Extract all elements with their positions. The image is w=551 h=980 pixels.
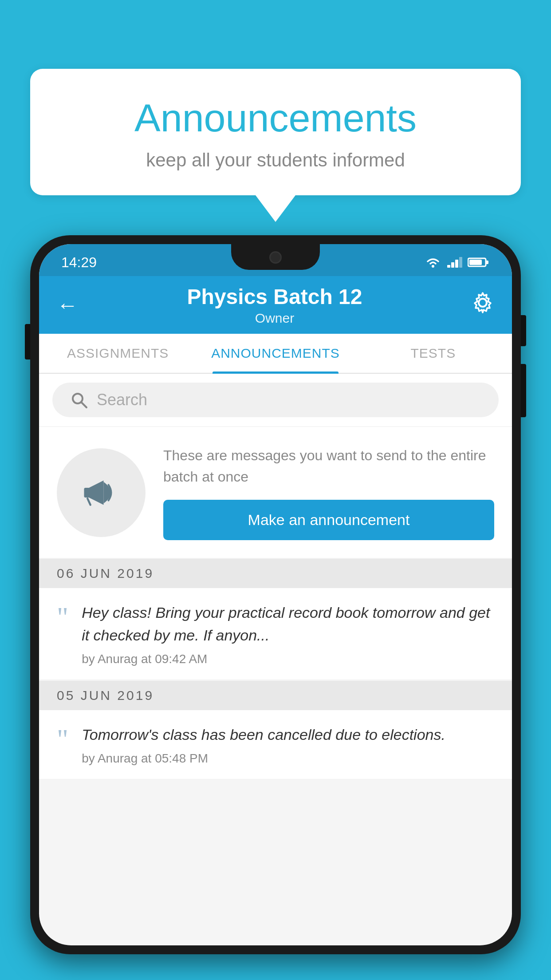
quote-icon-1: " (57, 606, 68, 628)
svg-rect-12 (84, 488, 90, 498)
speech-bubble-tail (256, 195, 295, 222)
speech-bubble: Announcements keep all your students inf… (30, 69, 521, 195)
announcement-item-2[interactable]: " Tomorrow's class has been cancelled du… (39, 710, 512, 779)
tab-bar: ASSIGNMENTS ANNOUNCEMENTS TESTS (39, 334, 512, 374)
search-icon (70, 391, 88, 409)
battery-icon (468, 256, 490, 269)
phone-side-button-right-top (521, 315, 526, 346)
back-button[interactable]: ← (57, 293, 78, 317)
content-area: Search (39, 374, 512, 914)
svg-rect-3 (455, 260, 458, 268)
phone-camera (269, 251, 282, 264)
prompt-text: These are messages you want to send to t… (163, 445, 494, 487)
header-title-section: Physics Batch 12 Owner (187, 285, 362, 326)
svg-marker-11 (89, 480, 104, 505)
quote-icon-2: " (57, 728, 68, 751)
batch-title: Physics Batch 12 (187, 285, 362, 309)
app-header: ← Physics Batch 12 Owner (39, 276, 512, 334)
svg-line-13 (87, 498, 91, 505)
announcement-meta-1: by Anurag at 09:42 AM (82, 652, 494, 666)
speech-bubble-title: Announcements (61, 95, 490, 141)
announcement-prompt: These are messages you want to send to t… (39, 427, 512, 558)
phone-side-button-left (25, 324, 30, 360)
date-separator-2: 05 JUN 2019 (39, 681, 512, 710)
prompt-right: These are messages you want to send to t… (163, 445, 494, 540)
status-icons (425, 256, 490, 269)
svg-rect-7 (469, 260, 482, 265)
svg-point-8 (479, 299, 487, 307)
search-bar[interactable]: Search (52, 383, 499, 417)
announcement-text-2: Tomorrow's class has been cancelled due … (82, 723, 494, 746)
date-separator-1: 06 JUN 2019 (39, 559, 512, 588)
announcement-text-1: Hey class! Bring your practical record b… (82, 601, 494, 647)
announcement-content-2: Tomorrow's class has been cancelled due … (82, 723, 494, 766)
settings-icon[interactable] (471, 291, 494, 319)
phone-frame: 14:29 (30, 235, 521, 954)
search-container: Search (39, 374, 512, 426)
speech-bubble-subtitle: keep all your students informed (61, 150, 490, 171)
megaphone-icon (77, 468, 126, 517)
announcement-item-1[interactable]: " Hey class! Bring your practical record… (39, 588, 512, 680)
signal-icon (446, 256, 462, 269)
make-announcement-button[interactable]: Make an announcement (163, 500, 494, 540)
tab-tests[interactable]: TESTS (354, 334, 512, 373)
announcement-content-1: Hey class! Bring your practical record b… (82, 601, 494, 666)
batch-subtitle: Owner (187, 311, 362, 326)
phone-side-button-right-bottom (521, 364, 526, 417)
svg-point-0 (432, 265, 434, 268)
wifi-icon (425, 256, 441, 269)
svg-line-10 (81, 402, 87, 407)
phone-screen: 14:29 (39, 244, 512, 945)
megaphone-circle (57, 448, 146, 537)
tab-announcements[interactable]: ANNOUNCEMENTS (197, 334, 354, 373)
announcement-meta-2: by Anurag at 05:48 PM (82, 751, 494, 766)
svg-rect-1 (447, 265, 450, 268)
search-placeholder: Search (97, 391, 147, 409)
phone-notch (231, 244, 320, 270)
svg-rect-2 (451, 262, 454, 268)
svg-rect-4 (459, 257, 462, 268)
speech-bubble-container: Announcements keep all your students inf… (30, 69, 521, 222)
phone-container: 14:29 (30, 235, 521, 980)
svg-rect-6 (486, 261, 488, 264)
tab-assignments[interactable]: ASSIGNMENTS (39, 334, 197, 373)
status-time: 14:29 (61, 254, 97, 271)
